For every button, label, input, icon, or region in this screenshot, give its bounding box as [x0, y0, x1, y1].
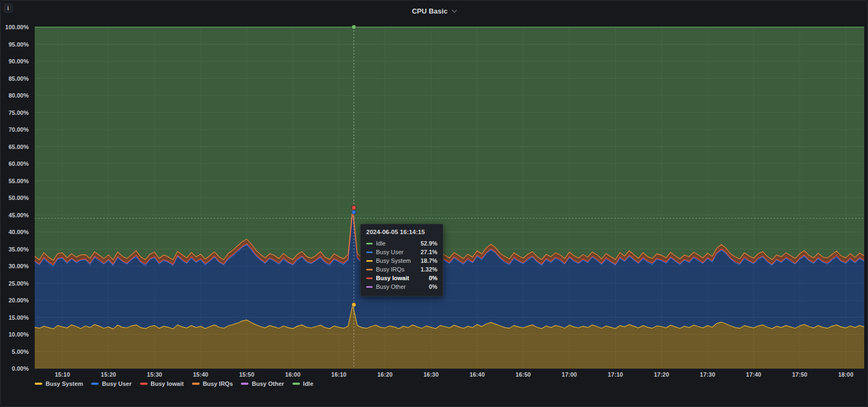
x-tick-label: 15:10: [55, 371, 70, 378]
series-color-swatch-icon: [366, 260, 373, 262]
legend-item-busy-system[interactable]: Busy System: [35, 380, 83, 387]
y-tick-label: 65.00%: [1, 143, 31, 151]
series-area-idle: [35, 27, 864, 260]
y-tick-label: 35.00%: [1, 246, 31, 253]
tooltip-row-busy-irqs: Busy IRQs1.32%: [366, 265, 437, 274]
cursor-point-busy-iowait: [352, 205, 356, 210]
tooltip-row-busy-user: Busy User27.1%: [366, 248, 437, 256]
legend-label: Busy Iowait: [151, 380, 184, 387]
y-tick-label: 70.00%: [1, 126, 31, 133]
legend-label: Busy User: [102, 380, 131, 387]
tooltip-series-value: 1.32%: [420, 266, 437, 273]
legend-color-swatch-icon: [91, 383, 99, 385]
tooltip-series-name: Busy User: [376, 249, 417, 255]
tooltip-row-busy-other: Busy Other0%: [366, 282, 437, 291]
cursor-point-idle: [352, 25, 356, 29]
y-tick-label: 15.00%: [1, 314, 31, 321]
x-tick-label: 15:50: [239, 371, 254, 378]
series-color-swatch-icon: [366, 243, 373, 244]
chart-legend: Busy SystemBusy UserBusy IowaitBusy IRQs…: [35, 380, 314, 387]
x-tick-label: 17:40: [746, 371, 761, 378]
legend-color-swatch-icon: [192, 383, 200, 385]
y-tick-label: 10.00%: [1, 331, 31, 338]
legend-label: Busy Other: [252, 380, 284, 387]
legend-label: Busy System: [46, 380, 83, 387]
series-color-swatch-icon: [366, 286, 373, 288]
tooltip-rows: Idle52.9%Busy User27.1%Busy System18.7%B…: [366, 239, 437, 291]
x-tick-label: 17:00: [561, 371, 577, 378]
y-tick-label: 60.00%: [1, 160, 31, 167]
y-tick-label: 0.00%: [1, 365, 31, 372]
tooltip-series-name: Busy System: [376, 257, 417, 264]
y-tick-label: 85.00%: [1, 75, 31, 82]
timeseries-chart: [35, 27, 864, 369]
legend-color-swatch-icon: [292, 383, 300, 385]
tooltip-series-value: 27.1%: [420, 249, 437, 255]
series-color-swatch-icon: [366, 277, 373, 279]
legend-item-busy-iowait[interactable]: Busy Iowait: [140, 380, 184, 387]
cpu-basic-panel: i CPU Basic 0.00%5.00%10.00%15.00%20.00%…: [0, 0, 868, 407]
legend-color-swatch-icon: [241, 383, 248, 385]
tooltip-series-name: Busy IRQs: [376, 266, 417, 273]
tooltip-series-value: 18.7%: [420, 257, 437, 264]
x-tick-label: 16:40: [469, 371, 484, 378]
legend-item-busy-other[interactable]: Busy Other: [241, 380, 284, 387]
x-tick-label: 15:30: [147, 371, 162, 378]
panel-title: CPU Basic: [412, 7, 448, 15]
tooltip-series-name: Busy Iowait: [376, 275, 425, 281]
legend-item-idle[interactable]: Idle: [292, 380, 314, 387]
series-color-swatch-icon: [366, 251, 373, 253]
tooltip-row-busy-iowait: Busy Iowait0%: [366, 274, 437, 282]
chevron-down-icon: [451, 8, 457, 13]
chart-plot-area[interactable]: [35, 27, 864, 369]
tooltip-row-busy-system: Busy System18.7%: [366, 256, 437, 265]
tooltip-series-value: 0%: [429, 275, 437, 281]
y-tick-label: 45.00%: [1, 211, 31, 219]
x-tick-label: 16:10: [331, 371, 347, 378]
series-color-swatch-icon: [366, 269, 373, 270]
x-tick-label: 15:40: [193, 371, 208, 378]
x-tick-label: 18:00: [838, 371, 853, 378]
x-tick-label: 16:50: [515, 371, 531, 378]
panel-header[interactable]: CPU Basic: [1, 1, 867, 21]
legend-item-busy-user[interactable]: Busy User: [91, 380, 131, 387]
tooltip-series-value: 0%: [429, 283, 437, 290]
y-tick-label: 55.00%: [1, 177, 31, 185]
x-tick-label: 17:30: [700, 371, 715, 378]
chart-tooltip: 2024-06-05 16:14:15 Idle52.9%Busy User27…: [360, 224, 443, 296]
y-tick-label: 40.00%: [1, 228, 31, 236]
legend-label: Idle: [303, 380, 314, 387]
info-icon-glyph: i: [8, 5, 9, 11]
legend-color-swatch-icon: [140, 383, 148, 385]
x-tick-label: 15:20: [101, 371, 116, 378]
y-tick-label: 50.00%: [1, 194, 31, 202]
panel-info-icon[interactable]: i: [4, 4, 12, 12]
legend-color-swatch-icon: [35, 383, 42, 385]
x-tick-label: 17:20: [654, 371, 669, 378]
x-tick-label: 17:10: [608, 371, 623, 378]
legend-item-busy-irqs[interactable]: Busy IRQs: [192, 380, 233, 387]
tooltip-timestamp: 2024-06-05 16:14:15: [366, 229, 437, 235]
y-tick-label: 80.00%: [1, 92, 31, 99]
y-tick-label: 75.00%: [1, 109, 31, 117]
x-tick-label: 16:00: [285, 371, 301, 378]
x-tick-label: 17:50: [792, 371, 807, 378]
legend-label: Busy IRQs: [203, 380, 233, 387]
x-tick-label: 16:20: [377, 371, 392, 378]
y-tick-label: 95.00%: [1, 41, 31, 48]
tooltip-row-idle: Idle52.9%: [366, 239, 437, 248]
y-tick-label: 30.00%: [1, 262, 31, 270]
tooltip-series-name: Busy Other: [376, 283, 425, 290]
y-tick-label: 20.00%: [1, 296, 31, 304]
y-tick-label: 25.00%: [1, 280, 31, 287]
y-tick-label: 100.00%: [1, 23, 31, 31]
cursor-point-busy-system: [352, 302, 356, 307]
y-tick-label: 5.00%: [1, 348, 31, 356]
x-tick-label: 16:30: [423, 371, 438, 378]
tooltip-series-value: 52.9%: [420, 240, 437, 247]
y-tick-label: 90.00%: [1, 57, 31, 65]
tooltip-series-name: Idle: [376, 240, 417, 247]
cursor-point-busy-user: [352, 210, 356, 214]
